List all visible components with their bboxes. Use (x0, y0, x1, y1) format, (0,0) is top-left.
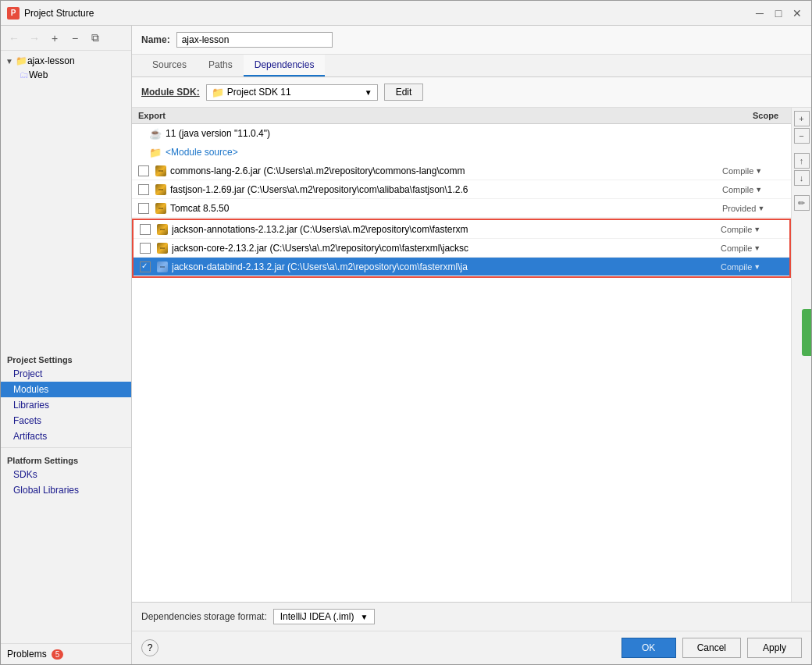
sidebar: ← → + − ⧉ ▼ 📁 ajax-lesson 🗂 Web (1, 26, 132, 664)
minimize-button[interactable]: ─ (752, 5, 767, 21)
export-col-header: Export (138, 111, 177, 120)
dep-scope-tomcat[interactable]: Provided ▼ (722, 204, 785, 213)
dep-row-fastjson[interactable]: fastjson-1.2.69.jar (C:\Users\a\.m2\repo… (132, 180, 791, 199)
project-settings-heading: Project Settings (1, 350, 131, 366)
dep-scope-fastjson[interactable]: Compile ▼ (722, 185, 785, 194)
dep-row-tomcat[interactable]: Tomcat 8.5.50 Provided ▼ (132, 199, 791, 218)
module-sdk-label: Module SDK: (141, 87, 200, 98)
content-area: ← → + − ⧉ ▼ 📁 ajax-lesson 🗂 Web (1, 26, 811, 664)
red-bordered-group: jackson-annotations-2.13.2.jar (C:\Users… (132, 219, 791, 278)
sidebar-toolbar: ← → + − ⧉ (1, 26, 131, 51)
scope-arrow-icon: ▼ (753, 226, 760, 233)
dep-checkbox-jackson-annotations[interactable] (140, 224, 151, 235)
add-module-button[interactable]: + (46, 30, 63, 47)
table-move-up-button[interactable]: ↑ (794, 153, 810, 169)
module-sdk-dropdown[interactable]: 📁 Project SDK 11 ▼ (206, 84, 378, 101)
remove-module-button[interactable]: − (66, 30, 84, 47)
apply-button[interactable]: Apply (747, 638, 802, 658)
help-button[interactable]: ? (141, 639, 158, 656)
dep-checkbox-tomcat[interactable] (138, 203, 149, 214)
dep-checkbox-commons-lang[interactable] (138, 165, 149, 176)
dep-row-module-source: 📁 <Module source> (132, 143, 791, 162)
dep-row-jackson-databind[interactable]: jackson-databind-2.13.2.jar (C:\Users\a\… (134, 258, 789, 276)
scope-arrow-icon: ▼ (757, 204, 764, 212)
right-panel-indicator (802, 309, 811, 356)
copy-module-button[interactable]: ⧉ (87, 30, 104, 47)
table-add-button[interactable]: + (794, 111, 810, 126)
dep-name-jackson-core: jackson-core-2.13.2.jar (C:\Users\a\.m2\… (172, 243, 721, 254)
window-controls: ─ □ ✕ (752, 5, 805, 21)
scope-arrow-icon: ▼ (755, 167, 762, 175)
dep-row-jackson-core[interactable]: jackson-core-2.13.2.jar (C:\Users\a\.m2\… (134, 239, 789, 258)
module-source-link[interactable]: <Module source> (166, 147, 238, 158)
back-button[interactable]: ← (5, 30, 23, 47)
dep-row-jdk: ☕ 11 (java version "11.0.4") (132, 124, 791, 143)
sidebar-item-global-libraries[interactable]: Global Libraries (1, 482, 131, 498)
tabs-bar: Sources Paths Dependencies (132, 55, 811, 77)
storage-value: IntelliJ IDEA (.iml) (280, 611, 354, 622)
platform-settings-heading: Platform Settings (1, 451, 131, 467)
project-structure-window: P Project Structure ─ □ ✕ ← → + − ⧉ (0, 0, 812, 665)
table-remove-button[interactable]: − (794, 128, 810, 144)
tab-dependencies[interactable]: Dependencies (244, 55, 326, 76)
dep-name-jackson-databind: jackson-databind-2.13.2.jar (C:\Users\a\… (172, 261, 721, 272)
dep-checkbox-fastjson[interactable] (138, 184, 149, 195)
dep-scope-jackson-annotations[interactable]: Compile ▼ (721, 225, 783, 234)
dep-row-jackson-annotations[interactable]: jackson-annotations-2.13.2.jar (C:\Users… (134, 220, 789, 239)
close-button[interactable]: ✕ (789, 5, 805, 21)
dep-scope-jackson-databind[interactable]: Compile ▼ (721, 262, 783, 272)
edit-sdk-button[interactable]: Edit (384, 84, 424, 101)
table-edit-button[interactable]: ✏ (794, 195, 810, 211)
sidebar-item-problems[interactable]: Problems 5 (1, 643, 131, 664)
jar-icon (157, 224, 168, 235)
help-area: ? (141, 638, 615, 658)
title-bar: P Project Structure ─ □ ✕ (1, 1, 811, 26)
scope-arrow-icon: ▼ (755, 186, 762, 194)
scope-arrow-icon: ▼ (753, 263, 760, 271)
scope-col-header: Scope (707, 111, 785, 120)
table-header: Export Scope (132, 108, 791, 124)
settings-nav: Project Settings Project Modules Librari… (1, 350, 131, 644)
sdk-folder-icon: 📁 (212, 87, 224, 98)
module-name-input[interactable] (176, 32, 333, 48)
spacer (794, 145, 810, 151)
sidebar-item-modules[interactable]: Modules (1, 382, 131, 397)
forward-button[interactable]: → (26, 30, 43, 47)
sidebar-item-facets[interactable]: Facets (1, 413, 131, 429)
dep-row-commons-lang[interactable]: commons-lang-2.6.jar (C:\Users\a\.m2\rep… (132, 162, 791, 180)
jar-icon (155, 203, 166, 214)
name-label: Name: (141, 34, 170, 45)
storage-label: Dependencies storage format: (141, 611, 267, 622)
tab-sources[interactable]: Sources (141, 55, 198, 76)
storage-dropdown[interactable]: IntelliJ IDEA (.iml) ▼ (273, 609, 376, 624)
sidebar-item-artifacts[interactable]: Artifacts (1, 429, 131, 444)
jar-icon (155, 165, 166, 176)
jar-icon (157, 261, 168, 272)
tab-paths[interactable]: Paths (198, 55, 244, 76)
module-tree: ▼ 📁 ajax-lesson 🗂 Web (1, 51, 131, 350)
dep-checkbox-jackson-core[interactable] (140, 243, 151, 254)
module-icon: 🗂 (20, 69, 29, 80)
dep-scope-jackson-core[interactable]: Compile ▼ (721, 244, 783, 253)
window-title: Project Structure (24, 8, 752, 19)
sidebar-item-project[interactable]: Project (1, 366, 131, 382)
tree-item-label: ajax-lesson (27, 55, 75, 66)
dep-name-tomcat: Tomcat 8.5.50 (170, 203, 722, 214)
dep-checkbox-jackson-databind[interactable] (140, 261, 151, 272)
dependencies-area: Export Scope ☕ 11 (java version "11.0.4"… (132, 108, 811, 602)
ok-button[interactable]: OK (621, 638, 676, 658)
dialog-buttons: ? OK Cancel Apply (132, 631, 811, 664)
scope-arrow-icon: ▼ (753, 244, 760, 252)
tree-item-ajax-lesson[interactable]: ▼ 📁 ajax-lesson (1, 54, 131, 68)
maximize-button[interactable]: □ (771, 5, 786, 21)
cancel-button[interactable]: Cancel (682, 638, 741, 658)
problems-badge: 5 (52, 649, 64, 660)
table-move-down-button[interactable]: ↓ (794, 170, 810, 186)
sidebar-item-sdks[interactable]: SDKs (1, 467, 131, 482)
dep-jdk-name: 11 (java version "11.0.4") (166, 128, 270, 139)
tree-item-web[interactable]: 🗂 Web (1, 68, 131, 82)
sidebar-item-libraries[interactable]: Libraries (1, 397, 131, 413)
dep-scope-commons-lang[interactable]: Compile ▼ (722, 166, 785, 176)
dep-name-commons-lang: commons-lang-2.6.jar (C:\Users\a\.m2\rep… (170, 165, 722, 176)
sdk-value: Project SDK 11 (227, 87, 291, 98)
